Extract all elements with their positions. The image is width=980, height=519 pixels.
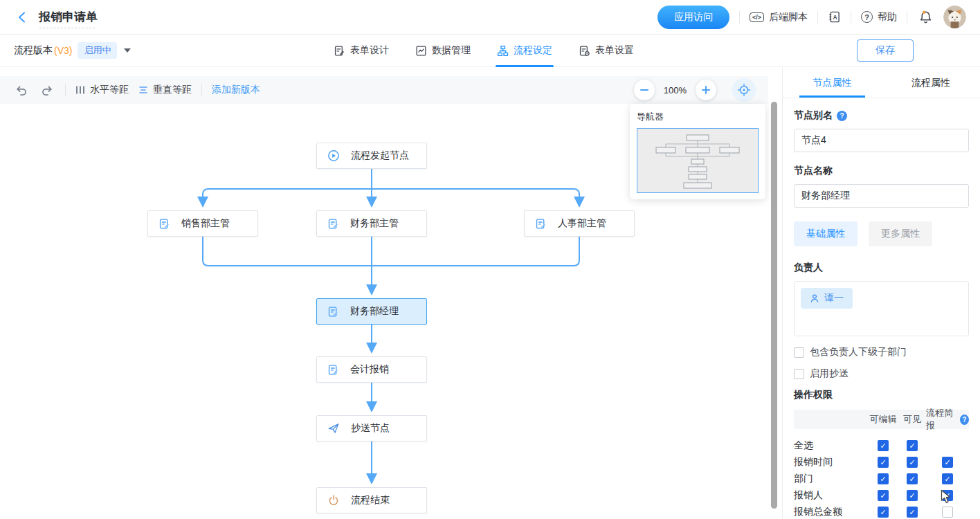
tab-node-properties[interactable]: 节点属性 bbox=[783, 68, 882, 98]
vertical-spacing-button[interactable]: 垂直等距 bbox=[138, 84, 192, 96]
perm-checkbox[interactable] bbox=[942, 490, 953, 501]
perm-checkbox[interactable] bbox=[907, 507, 918, 518]
node-name-input[interactable] bbox=[794, 184, 969, 208]
horizontal-spacing-button[interactable]: 水平等距 bbox=[75, 84, 129, 96]
checkbox-unchecked[interactable] bbox=[794, 369, 804, 379]
basic-properties-button[interactable]: 基础属性 bbox=[794, 221, 858, 246]
app-access-button[interactable]: 应用访问 bbox=[657, 6, 729, 29]
tab-flow-settings[interactable]: 流程设定 bbox=[496, 35, 554, 67]
perm-checkbox[interactable] bbox=[942, 457, 953, 468]
navigator-title: 导航器 bbox=[637, 111, 759, 123]
form-pen-icon bbox=[158, 218, 170, 230]
node-process-end[interactable]: 流程结束 bbox=[316, 487, 427, 513]
perm-checkbox[interactable] bbox=[878, 440, 889, 451]
perm-checkbox[interactable] bbox=[942, 507, 953, 518]
permissions-header-report: 流程简报 ? bbox=[926, 410, 969, 429]
perm-checkbox[interactable] bbox=[878, 473, 889, 484]
more-properties-button[interactable]: 更多属性 bbox=[869, 221, 932, 246]
user-avatar[interactable] bbox=[943, 6, 966, 28]
avatar-image bbox=[943, 6, 966, 28]
form-pen-icon bbox=[327, 306, 339, 318]
node-process-start[interactable]: 流程发起节点 bbox=[316, 143, 427, 169]
vertical-spacing-icon bbox=[138, 85, 148, 95]
include-subdept-checkbox[interactable]: 包含负责人下级子部门 bbox=[794, 346, 969, 358]
help-button[interactable]: ? 帮助 bbox=[861, 11, 897, 24]
undo-button[interactable] bbox=[12, 82, 29, 98]
perm-row-label: 报销时间 bbox=[794, 454, 868, 471]
undo-icon bbox=[15, 84, 28, 97]
perm-checkbox[interactable] bbox=[907, 490, 918, 501]
data-management-icon bbox=[415, 45, 427, 57]
zoom-in-button[interactable] bbox=[696, 80, 716, 100]
owner-picker[interactable]: 谭一 bbox=[794, 281, 969, 336]
version-label: 流程版本 bbox=[14, 44, 53, 57]
alias-help-icon[interactable]: ? bbox=[837, 111, 847, 121]
perm-checkbox[interactable] bbox=[878, 507, 889, 518]
status-badge: 启用中 bbox=[78, 42, 117, 59]
perm-checkbox[interactable] bbox=[907, 473, 918, 484]
version-number: (V3) bbox=[54, 45, 72, 56]
perm-checkbox[interactable] bbox=[942, 473, 953, 484]
navigator-minimap[interactable] bbox=[637, 128, 759, 193]
page-title: 报销申请单 bbox=[39, 9, 98, 25]
minimap-thumbnail bbox=[637, 129, 758, 192]
plus-icon bbox=[701, 85, 711, 95]
question-circle-icon: ? bbox=[861, 11, 873, 23]
permissions-header-visible: 可见 bbox=[898, 410, 926, 429]
zoom-out-button[interactable] bbox=[634, 80, 655, 100]
permissions-title: 操作权限 bbox=[794, 389, 969, 401]
contacts-button[interactable]: A bbox=[828, 10, 841, 24]
tab-form-settings[interactable]: 表单设置 bbox=[577, 35, 635, 67]
version-bar: 流程版本 (V3) 启用中 表单设计 数据管理 bbox=[0, 35, 980, 67]
node-hr-supervisor[interactable]: 人事部主管 bbox=[524, 210, 635, 237]
add-version-link[interactable]: 添加新版本 bbox=[212, 84, 260, 96]
notification-bell-button[interactable] bbox=[917, 9, 934, 26]
play-circle-icon bbox=[327, 149, 340, 162]
properties-tabs: 节点属性 流程属性 bbox=[783, 68, 980, 98]
node-accounting-reimburse[interactable]: 会计报销 bbox=[316, 356, 427, 383]
bell-icon bbox=[918, 10, 933, 24]
properties-panel: 节点属性 流程属性 节点别名 ? 节点名称 基础属性 更多属性 负责人 谭一 bbox=[782, 68, 980, 519]
divider bbox=[851, 11, 851, 24]
code-icon: </> bbox=[750, 12, 764, 22]
node-finance-manager[interactable]: 财务部经理 bbox=[316, 298, 427, 325]
tab-data-management[interactable]: 数据管理 bbox=[414, 35, 472, 67]
node-cc[interactable]: 抄送节点 bbox=[316, 415, 427, 441]
node-alias-input[interactable] bbox=[794, 129, 969, 152]
save-button[interactable]: 保存 bbox=[857, 39, 914, 62]
form-pen-icon bbox=[327, 364, 339, 376]
locate-button[interactable] bbox=[732, 78, 756, 102]
node-finance-supervisor[interactable]: 财务部主管 bbox=[316, 210, 427, 237]
owner-chip[interactable]: 谭一 bbox=[801, 288, 853, 309]
perm-row-label: 全选 bbox=[794, 437, 868, 454]
perm-checkbox[interactable] bbox=[907, 440, 918, 451]
checkbox-unchecked[interactable] bbox=[794, 347, 804, 358]
report-help-icon[interactable]: ? bbox=[960, 415, 969, 425]
version-dropdown-caret[interactable] bbox=[124, 48, 131, 53]
paper-plane-icon bbox=[327, 422, 340, 435]
permissions-table: 可编辑 可见 流程简报 ? 全选 报销时间 部门 报销人 报销总金额 bbox=[794, 410, 969, 519]
panel-scrollbar[interactable] bbox=[771, 102, 777, 509]
divider bbox=[739, 11, 740, 24]
redo-button[interactable] bbox=[39, 82, 55, 98]
backend-script-button[interactable]: </> 后端脚本 bbox=[750, 11, 808, 24]
redo-icon bbox=[41, 84, 54, 97]
perm-checkbox[interactable] bbox=[878, 490, 889, 501]
divider bbox=[201, 84, 202, 96]
crosshair-target-icon bbox=[737, 83, 751, 97]
perm-checkbox[interactable] bbox=[907, 457, 918, 468]
tab-flow-properties[interactable]: 流程属性 bbox=[882, 68, 980, 98]
tab-form-design[interactable]: 表单设计 bbox=[332, 35, 390, 67]
node-alias-label: 节点别名 ? bbox=[794, 109, 969, 122]
back-button[interactable] bbox=[14, 9, 30, 26]
designer-tabs: 表单设计 数据管理 流程设定 表单设置 bbox=[332, 35, 635, 67]
permissions-header-editable: 可编辑 bbox=[868, 410, 898, 429]
node-sales-supervisor[interactable]: 销售部主管 bbox=[147, 210, 258, 237]
form-pen-icon bbox=[327, 218, 339, 230]
perm-checkbox[interactable] bbox=[878, 457, 889, 468]
enable-cc-checkbox[interactable]: 启用抄送 bbox=[794, 367, 969, 380]
flow-canvas[interactable]: 水平等距 垂直等距 添加新版本 100% bbox=[0, 68, 782, 519]
contacts-icon: A bbox=[828, 10, 841, 24]
chevron-left-icon bbox=[17, 12, 28, 23]
node-name-label: 节点名称 bbox=[794, 165, 969, 177]
